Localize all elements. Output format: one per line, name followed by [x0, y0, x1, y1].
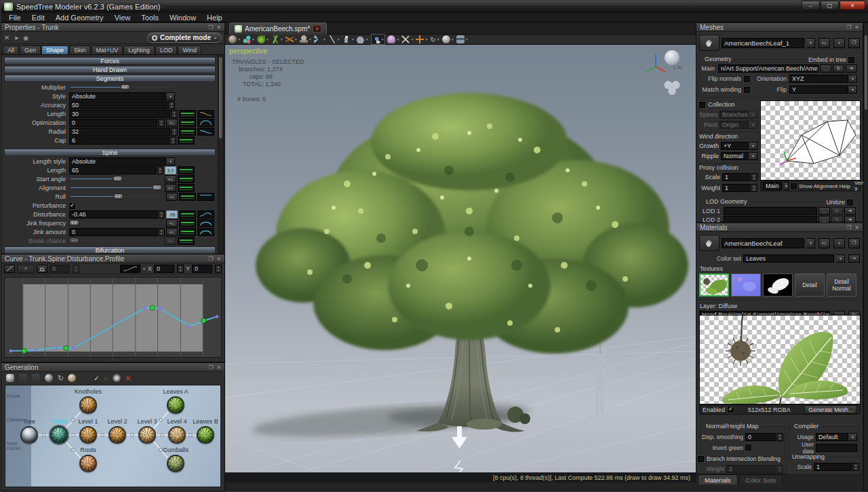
disturbance-input[interactable]: -0.46 — [69, 210, 157, 219]
disturbance-profile-thumb[interactable] — [179, 210, 196, 219]
document-tab[interactable]: AmericanBeech.spm* ✕ — [229, 22, 327, 35]
enabled-checkbox[interactable]: ✓ — [728, 406, 734, 413]
growth-dropdown[interactable]: +Y — [721, 142, 749, 150]
lod1-browse-button[interactable]: ... — [818, 207, 830, 215]
break-chance-variance-button[interactable]: +/- — [165, 237, 176, 245]
start-angle-profile-thumb[interactable] — [178, 175, 195, 183]
flip-caret-icon[interactable]: ▼ — [848, 86, 857, 94]
gizmo-tool[interactable]: ▼ — [416, 35, 428, 43]
node-edit-tool[interactable]: ▼ — [243, 35, 255, 43]
mesh-plusminus-button[interactable]: +/- — [818, 38, 830, 48]
style-dropdown[interactable]: Absolute — [69, 92, 166, 100]
spines-caret-icon[interactable]: ▼ — [749, 111, 757, 119]
break-chance-profile-thumb[interactable] — [178, 237, 195, 245]
curve-preset-dropdown[interactable]: ▼ — [17, 265, 35, 273]
style-caret-icon[interactable]: ▼ — [166, 92, 175, 100]
accuracy-spinner[interactable]: ▲▼ — [168, 101, 175, 109]
radial-spinner[interactable]: ▲▼ — [171, 128, 178, 136]
accuracy-input[interactable]: 50 — [69, 101, 167, 109]
mesh-selector-dropdown[interactable]: AmericanBeechLeaf_1 — [722, 38, 804, 48]
menu-view[interactable]: View — [109, 14, 136, 22]
focus-node-icon[interactable] — [6, 374, 14, 382]
diffuse-texture-thumb[interactable] — [699, 273, 729, 297]
close-panel-icon[interactable]: ✕ — [216, 24, 221, 31]
user-data-input[interactable] — [816, 444, 857, 452]
radial-input[interactable]: 32 — [69, 128, 170, 136]
section-hand-drawn[interactable]: Hand Drawn — [4, 66, 216, 73]
growth-caret-icon[interactable]: ▼ — [749, 142, 757, 150]
tab-wind[interactable]: Wind — [178, 45, 201, 55]
material-selector-caret-icon[interactable]: ▼ — [806, 238, 815, 248]
mesh-preview[interactable] — [760, 100, 861, 181]
eye-tool-icon[interactable]: ◉ — [23, 35, 28, 41]
tab-materials[interactable]: Materials — [698, 474, 738, 485]
enable-node-icon[interactable]: ✓ — [94, 375, 99, 382]
mesh-copy-button[interactable]: ❐ — [848, 38, 860, 48]
roll-profile-thumb[interactable] — [179, 193, 196, 201]
maximize-button[interactable]: ▢ — [821, 1, 839, 10]
float-panel-icon[interactable]: ❐ — [846, 225, 851, 231]
generation-canvas[interactable]: Forces Collision Mesh Forces — [5, 385, 221, 487]
jink-amount-profile-thumb[interactable] — [179, 228, 196, 236]
target-node-icon[interactable] — [113, 374, 121, 382]
invert-green-checkbox[interactable] — [745, 444, 751, 451]
optimization-curve-thumb[interactable] — [197, 119, 214, 127]
minimize-button[interactable]: – — [802, 1, 820, 10]
proxy-weight-spinner[interactable]: ▲▼ — [751, 184, 757, 192]
jink-frequency-curve-thumb[interactable] — [197, 219, 214, 227]
lod1-export-button[interactable]: ➜ — [844, 207, 856, 215]
delete-node-icon[interactable]: ✕ — [125, 375, 131, 382]
pivot-caret-icon[interactable]: ▼ — [749, 121, 757, 129]
unitize-checkbox[interactable] — [847, 200, 853, 206]
orientation-caret-icon[interactable]: ▼ — [848, 75, 857, 83]
tab-color-sets[interactable]: Color Sets — [739, 474, 783, 485]
bones-tool[interactable]: ▼ — [401, 35, 414, 43]
menu-edit[interactable]: Edit — [26, 14, 50, 22]
material-copy-button[interactable]: ❐ — [848, 238, 860, 248]
ripple-caret-icon[interactable]: ▼ — [749, 152, 757, 160]
normal-texture-thumb[interactable] — [731, 273, 761, 297]
branch-tool[interactable]: ▼ — [285, 35, 298, 43]
menu-file[interactable]: File — [3, 14, 26, 22]
alignment-variance-button[interactable]: +/- — [165, 184, 176, 192]
generate-mesh-button[interactable]: Generate Mesh... — [804, 405, 857, 414]
mesh-add-button[interactable]: + — [833, 38, 845, 48]
alignment-profile-thumb[interactable] — [178, 184, 195, 192]
jink-frequency-slider[interactable]: ◄► — [69, 219, 165, 227]
usage-caret-icon[interactable]: ▼ — [848, 433, 857, 441]
meshes-panel-header[interactable]: Meshes ❐ ✕ — [696, 23, 863, 32]
unwrap-scale-spinner[interactable]: ▲▼ — [852, 463, 859, 471]
proxy-scale-spinner[interactable]: ▲▼ — [751, 173, 757, 181]
properties-scrollbar[interactable] — [218, 54, 224, 252]
main-mesh-path-field[interactable]: n/Art Support/American Beech/AmericanBee… — [718, 64, 818, 73]
curve-y-spinner[interactable]: ▲▼ — [215, 265, 222, 273]
multiplier-slider[interactable]: ◄► — [69, 83, 175, 92]
jink-amount-input[interactable]: 0 — [69, 228, 157, 236]
sphere-display-icon[interactable] — [45, 374, 53, 382]
length-style-caret-icon[interactable]: ▼ — [166, 157, 175, 166]
materials-panel-header[interactable]: Materials ❐ ✕ — [696, 223, 863, 232]
spine-length-variance-badge[interactable]: 5.0 — [165, 166, 176, 174]
spines-dropdown[interactable]: Branches — [719, 111, 749, 119]
curve-type-icon[interactable] — [4, 265, 15, 273]
disturbance-curve-thumb[interactable] — [197, 210, 214, 219]
close-button[interactable]: ✕ — [840, 1, 865, 10]
optimization-variance-button[interactable]: +/- — [166, 119, 178, 127]
tab-gen[interactable]: Gen — [20, 45, 41, 55]
tab-lighting[interactable]: Lighting — [123, 45, 155, 55]
break-chance-slider[interactable]: ◄► — [69, 237, 163, 245]
tree-model[interactable] — [245, 62, 693, 442]
close-panel-icon[interactable]: ✕ — [854, 225, 859, 231]
lock-node-icon[interactable]: ∩ — [104, 375, 108, 382]
curve-shape-preview[interactable] — [120, 265, 140, 273]
spine-length-spinner[interactable]: ▲▼ — [157, 166, 163, 174]
start-angle-slider[interactable]: ◄► — [69, 175, 163, 183]
flip-dropdown[interactable]: Y — [789, 86, 848, 94]
randomize-icon[interactable] — [68, 374, 76, 382]
show-hide-icon[interactable] — [81, 374, 89, 382]
main-refresh-button[interactable]: ↻ — [833, 64, 844, 73]
radial-curve-thumb[interactable] — [197, 128, 214, 136]
color-set-caret-icon[interactable]: ▼ — [836, 254, 845, 263]
disturbance-variance-badge[interactable]: .06 — [166, 210, 178, 219]
section-spine[interactable]: Spine — [4, 149, 216, 156]
